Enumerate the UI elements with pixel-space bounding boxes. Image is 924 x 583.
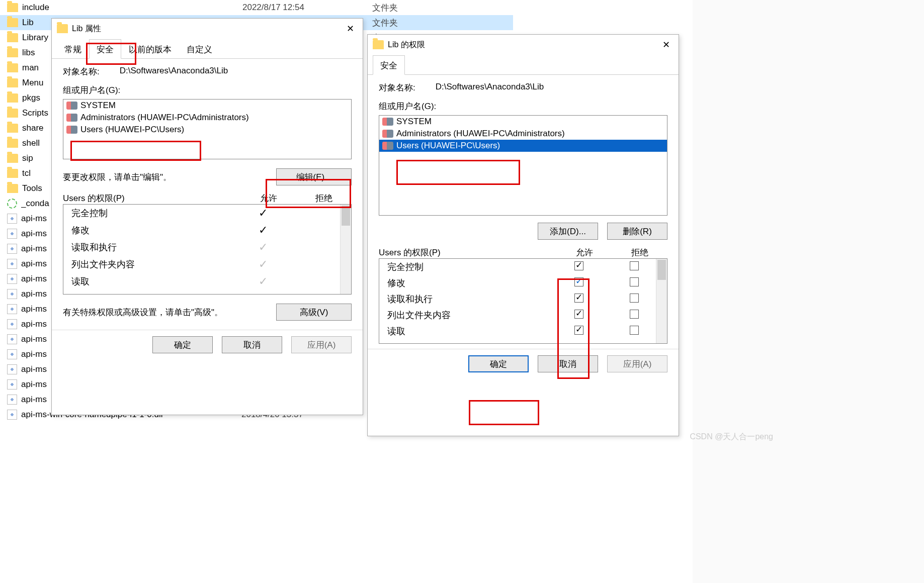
- perm-label: Users 的权限(P): [63, 192, 241, 204]
- right-pane: [693, 0, 924, 583]
- close-icon[interactable]: ✕: [338, 19, 363, 39]
- ok-button[interactable]: 确定: [468, 355, 529, 372]
- perm-allow-header: 允许: [241, 192, 296, 204]
- folder-icon: [7, 63, 18, 72]
- folder-icon: [7, 48, 18, 57]
- file-icon: [7, 259, 17, 269]
- dialog-titlebar: Lib 的权限 ✕: [368, 35, 679, 55]
- group-item[interactable]: Administrators (HUAWEI-PC\Administrators…: [63, 112, 351, 124]
- object-name-value: D:\Softwares\Anaconda3\Lib: [436, 82, 544, 93]
- perm-name: 列出文件夹内容: [387, 309, 551, 321]
- file-row[interactable]: include2022/8/17 12:54文件夹: [0, 0, 513, 15]
- tabs: 常规安全以前的版本自定义: [52, 39, 363, 59]
- group-item[interactable]: Users (HUAWEI-PC\Users): [379, 140, 667, 152]
- folder-icon: [7, 93, 18, 103]
- remove-button[interactable]: 删除(R): [607, 223, 667, 240]
- permissions-list: 完全控制✓修改✓读取和执行✓列出文件夹内容✓读取✓: [63, 204, 352, 295]
- deny-checkbox[interactable]: [630, 326, 639, 335]
- allow-checkbox[interactable]: [574, 310, 583, 319]
- group-item[interactable]: SYSTEM: [63, 100, 351, 112]
- green-icon: [7, 199, 17, 209]
- group-item[interactable]: Administrators (HUAWEI-PC\Administrators…: [379, 128, 667, 140]
- folder-icon: [7, 154, 18, 163]
- object-name-label: 对象名称:: [379, 82, 415, 93]
- perm-row: 完全控制✓: [63, 205, 351, 222]
- folder-icon: [7, 109, 18, 118]
- group-name: SYSTEM: [80, 101, 116, 111]
- allow-checkbox[interactable]: [574, 294, 583, 303]
- group-name: Users (HUAWEI-PC\Users): [80, 125, 184, 135]
- folder-icon: [7, 78, 18, 87]
- perm-allow: ✓: [235, 241, 291, 254]
- group-name: SYSTEM: [396, 117, 432, 127]
- file-date: 2022/8/17 12:54: [242, 3, 368, 13]
- apply-button[interactable]: 应用(A): [607, 355, 667, 372]
- edit-button[interactable]: 编辑(E)...: [276, 168, 352, 185]
- file-type: 文件夹: [372, 17, 483, 29]
- perm-row: 读取和执行✓: [63, 239, 351, 256]
- dialog-body: 对象名称: D:\Softwares\Anaconda3\Lib 组或用户名(G…: [52, 59, 363, 330]
- ok-button[interactable]: 确定: [152, 336, 213, 353]
- allow-checkbox[interactable]: [574, 261, 583, 270]
- perm-name: 修改: [387, 277, 551, 289]
- apply-button[interactable]: 应用(A): [291, 336, 352, 353]
- tab-security[interactable]: 安全: [373, 55, 405, 75]
- dialog-buttons: 确定 取消 应用(A): [52, 330, 363, 359]
- folder-icon: [7, 139, 18, 148]
- deny-checkbox[interactable]: [630, 261, 639, 270]
- perm-allow-cell: [551, 261, 607, 273]
- group-icon: [66, 114, 77, 122]
- group-icon: [66, 126, 77, 134]
- perm-name: 读取和执行: [71, 241, 235, 253]
- dialog-titlebar: Lib 属性 ✕: [52, 19, 363, 39]
- dialog-body: 对象名称: D:\Softwares\Anaconda3\Lib 组或用户名(G…: [368, 75, 679, 349]
- deny-checkbox[interactable]: [630, 310, 639, 319]
- group-item[interactable]: Users (HUAWEI-PC\Users): [63, 124, 351, 136]
- tab-0[interactable]: 常规: [57, 39, 89, 59]
- groups-label: 组或用户名(G):: [63, 84, 352, 96]
- advanced-button[interactable]: 高级(V): [276, 304, 352, 321]
- perm-allow-cell: [551, 294, 607, 305]
- allow-checkbox[interactable]: [574, 277, 583, 286]
- tab-2[interactable]: 以前的版本: [121, 39, 179, 59]
- perm-allow: ✓: [235, 224, 291, 237]
- dialog-buttons: 确定 取消 应用(A): [368, 349, 679, 378]
- perm-name: 列出文件夹内容: [71, 258, 235, 270]
- perm-label: Users 的权限(P): [379, 247, 557, 258]
- group-item[interactable]: SYSTEM: [379, 116, 667, 128]
- perm-name: 读取: [387, 325, 551, 337]
- permissions-list: 完全控制修改读取和执行列出文件夹内容读取: [379, 258, 667, 344]
- folder-icon: [373, 40, 384, 49]
- perm-allow-cell: [551, 326, 607, 337]
- scrollbar[interactable]: [656, 259, 667, 343]
- add-button[interactable]: 添加(D)...: [538, 223, 598, 240]
- perm-deny-header: 拒绝: [612, 247, 667, 258]
- perm-name: 完全控制: [71, 207, 235, 219]
- allow-checkbox[interactable]: [574, 326, 583, 335]
- deny-checkbox[interactable]: [630, 277, 639, 286]
- groups-list[interactable]: SYSTEMAdministrators (HUAWEI-PC\Administ…: [63, 99, 352, 159]
- deny-checkbox[interactable]: [630, 294, 639, 303]
- perm-row: 读取和执行: [379, 291, 667, 307]
- cancel-button[interactable]: 取消: [222, 336, 282, 353]
- perm-name: 读取和执行: [387, 293, 551, 305]
- cancel-button[interactable]: 取消: [538, 355, 598, 372]
- tabs: 安全: [368, 55, 679, 75]
- folder-icon: [57, 24, 68, 33]
- perm-row: 列出文件夹内容: [379, 307, 667, 323]
- file-icon: [7, 334, 17, 344]
- perm-row: 读取✓: [63, 273, 351, 290]
- close-icon[interactable]: ✕: [653, 35, 679, 55]
- perm-name: 完全控制: [387, 261, 551, 273]
- object-name-value: D:\Softwares\Anaconda3\Lib: [120, 66, 228, 77]
- tab-1[interactable]: 安全: [89, 39, 121, 59]
- perm-allow-header: 允许: [557, 247, 612, 258]
- tab-3[interactable]: 自定义: [179, 39, 220, 59]
- file-icon: [7, 395, 17, 405]
- file-name: include: [22, 3, 238, 13]
- file-icon: [7, 379, 17, 390]
- perm-deny-cell: [607, 277, 662, 289]
- perm-deny-cell: [607, 261, 662, 273]
- scrollbar[interactable]: [340, 205, 351, 294]
- groups-list[interactable]: SYSTEMAdministrators (HUAWEI-PC\Administ…: [379, 115, 667, 216]
